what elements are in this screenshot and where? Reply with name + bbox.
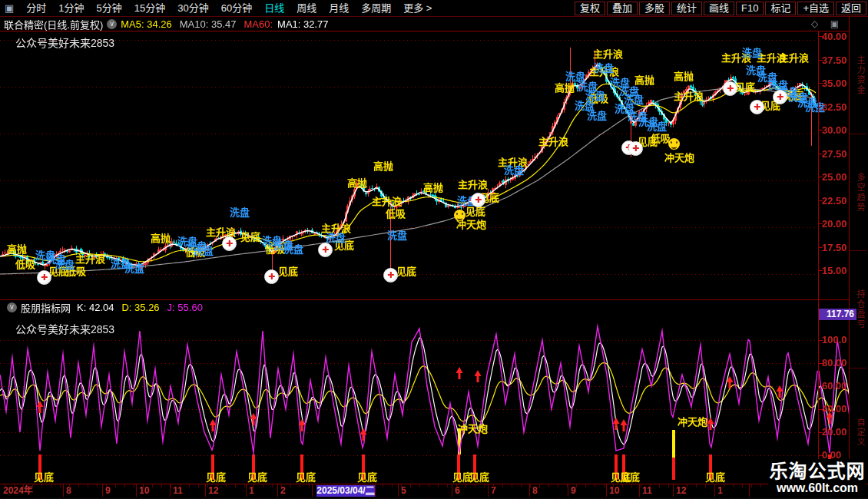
time-axis-tick xyxy=(502,484,503,487)
time-axis-separator xyxy=(398,484,399,497)
signal-label: 主升浪 xyxy=(538,137,568,147)
bottom-badge-icon: ✚ xyxy=(750,100,764,114)
signal-label: 低吸 xyxy=(386,209,406,219)
sidebar-tab-多空趋势[interactable]: 多空趋势 xyxy=(850,134,866,252)
sidebar-tab-主力资金[interactable]: 主力资金 xyxy=(850,17,866,134)
time-axis-separator xyxy=(488,484,489,497)
time-axis-tick xyxy=(429,484,429,487)
action-统计[interactable]: 统计 xyxy=(671,2,702,15)
time-axis-tick xyxy=(733,484,734,487)
watermark-url: www.60lt.com xyxy=(777,481,858,495)
tab-60分钟[interactable]: 60分钟 xyxy=(215,2,258,14)
chevron-down-icon[interactable]: ∨ xyxy=(7,302,17,312)
action-多股[interactable]: 多股 xyxy=(639,2,670,15)
bottom-badge-icon: ✚ xyxy=(628,141,643,156)
signal-label: 冲天炮 xyxy=(664,153,694,163)
time-axis-tick xyxy=(235,484,236,487)
time-axis-tick xyxy=(760,484,761,487)
indicator-max-value-badge: 117.76 xyxy=(819,309,856,320)
signal-label: 主升浪 xyxy=(458,180,488,190)
time-axis-tick xyxy=(631,484,632,487)
chevron-down-icon[interactable]: ∨ xyxy=(107,19,117,29)
price-axis-label: 32.50 xyxy=(822,102,847,112)
action-标记[interactable]: 标记 xyxy=(765,2,796,15)
tab-多周期[interactable]: 多周期 xyxy=(355,2,397,14)
action-返回[interactable]: 返回 xyxy=(836,2,866,15)
time-axis-tick xyxy=(180,484,181,487)
bottom-badge-icon: ✚ xyxy=(264,269,279,284)
time-axis-tick xyxy=(512,484,512,487)
tab-月线[interactable]: 月线 xyxy=(323,2,355,14)
time-axis-tick xyxy=(88,484,88,487)
time-axis-label: 8 xyxy=(532,486,538,496)
action-复权[interactable]: 复权 xyxy=(575,2,605,15)
toolbar-actions: 复权叠加多股统计画线F10标记+自选返回 xyxy=(573,2,866,15)
time-axis-tick xyxy=(687,484,687,487)
indicator-axis-label: 40.00 xyxy=(822,404,847,414)
signal-label: 见底 xyxy=(240,232,260,242)
time-axis-tick xyxy=(161,484,162,487)
time-axis-tick xyxy=(97,484,98,487)
watermark-title: 乐淘公式网 xyxy=(770,461,866,481)
time-axis-tick xyxy=(465,484,466,487)
time-axis-tick xyxy=(189,484,190,487)
tab-日线[interactable]: 日线 xyxy=(258,2,290,14)
time-axis-separator xyxy=(205,484,206,497)
time-axis-tick xyxy=(23,484,24,487)
bottom-signal-label: 见底 xyxy=(469,472,489,482)
smiley-icon xyxy=(668,138,680,150)
signal-label: 高抛 xyxy=(555,83,575,93)
tab-1分钟[interactable]: 1分钟 xyxy=(52,2,90,14)
tab-更多 >[interactable]: 更多 > xyxy=(397,2,438,14)
action-+自选[interactable]: +自选 xyxy=(797,2,834,15)
time-axis-tick xyxy=(263,484,263,487)
tab-分时[interactable]: 分时 xyxy=(20,2,52,14)
action-画线[interactable]: 画线 xyxy=(704,2,734,15)
signal-label: 低吸 xyxy=(651,134,671,144)
time-axis-tick xyxy=(419,484,420,487)
washplate-label: 洗盘 xyxy=(124,263,144,273)
tab-30分钟[interactable]: 30分钟 xyxy=(171,2,214,14)
channel-watermark-main: 公众号美好未来2853 xyxy=(15,35,114,50)
time-axis-tick xyxy=(198,484,199,487)
window-panel-icon[interactable]: ▣ xyxy=(5,2,14,14)
price-axis-label: 22.50 xyxy=(822,196,847,206)
chart-header: 联合精密(日线.前复权) ∨ MA5: 34.26 MA10: 35.47 MA… xyxy=(0,17,868,31)
ma1-value: MA1: 32.77 xyxy=(277,18,329,30)
bottom-signal-label: 见底 xyxy=(247,472,267,482)
time-axis-separator xyxy=(375,484,376,497)
time-axis-label: 11 xyxy=(173,486,183,496)
time-axis-label: 9 xyxy=(571,486,576,496)
signal-label: 低吸 xyxy=(15,259,35,269)
time-axis-label: 1 xyxy=(717,486,723,496)
time-axis-tick xyxy=(106,484,107,487)
tab-5分钟[interactable]: 5分钟 xyxy=(91,2,128,14)
bottom-signal-label: 见底 xyxy=(34,472,54,482)
bottom-signal-label: 见底 xyxy=(357,472,377,482)
time-axis-tick xyxy=(678,484,678,487)
time-axis-tick xyxy=(613,484,614,487)
time-axis[interactable]: 2025/03/04/二 2024年8910111212567891011121 xyxy=(0,484,868,498)
time-axis-separator xyxy=(673,484,674,497)
washplate-label: 洗盘 xyxy=(194,246,214,256)
tab-周线[interactable]: 周线 xyxy=(290,2,323,14)
rocket-signal-label: 冲天炮 xyxy=(458,424,488,434)
time-axis-tick xyxy=(447,484,448,487)
signal-label: 主升浪 xyxy=(75,254,105,264)
indicator-header: ∨ 股朋指标网 K: 42.04 D: 35.26 J: 55.60 xyxy=(3,301,203,313)
signal-label: 主升浪 xyxy=(674,91,704,101)
action-F10[interactable]: F10 xyxy=(736,2,764,15)
time-axis-separator xyxy=(639,484,640,497)
time-axis-tick xyxy=(659,484,660,487)
bottom-badge-icon: ✚ xyxy=(471,193,485,207)
time-axis-tick xyxy=(742,484,743,487)
crosshair-date-badge: 2025/03/04/二 xyxy=(316,485,375,497)
tab-15分钟[interactable]: 15分钟 xyxy=(128,2,171,14)
action-叠加[interactable]: 叠加 xyxy=(607,2,638,15)
signal-label: 高抛 xyxy=(347,178,367,188)
diamond-square-icons[interactable]: ◇ ▣ xyxy=(811,18,843,29)
indicator-axis-label: 100.0 xyxy=(822,335,847,345)
time-axis-tick xyxy=(410,484,411,487)
top-toolbar: ▣ 分时1分钟5分钟15分钟30分钟60分钟日线周线月线多周期更多 > 复权叠加… xyxy=(0,0,868,17)
signal-label: 见底 xyxy=(735,82,755,92)
